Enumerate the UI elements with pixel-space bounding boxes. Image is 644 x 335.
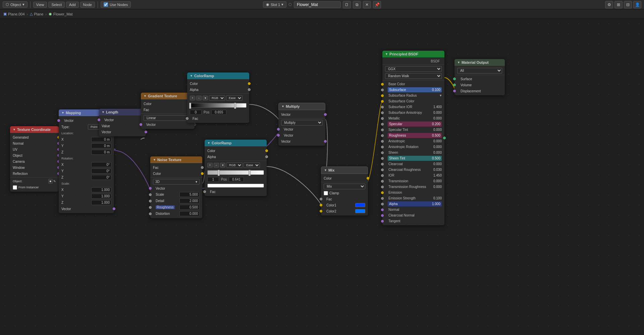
- cr1-handle-left[interactable]: [189, 103, 191, 109]
- matoutput-target-select[interactable]: All: [457, 68, 502, 74]
- mapping-collapse-arrow[interactable]: ▼: [61, 111, 64, 114]
- multiply-header[interactable]: ▼ Multiply: [278, 103, 325, 110]
- menu-select[interactable]: Select: [48, 2, 65, 8]
- alpha-bar[interactable]: Alpha 1.000: [388, 201, 442, 206]
- cr2-handle2[interactable]: [249, 170, 251, 176]
- noise-dim-btn[interactable]: 3D ▾: [153, 179, 200, 185]
- socket-emission-strength-in[interactable]: [381, 197, 384, 200]
- menu-view[interactable]: View: [33, 2, 47, 8]
- noise-header[interactable]: ▼ Noise Texture: [150, 156, 202, 163]
- socket-alpha-in[interactable]: [381, 203, 384, 205]
- socket-clearcoat-in[interactable]: [381, 163, 384, 165]
- socket-mix-color2-in[interactable]: [320, 210, 322, 212]
- socket-sheen-tint-in[interactable]: [381, 157, 384, 160]
- socket-emission-in[interactable]: [381, 191, 384, 194]
- socket-surface-in[interactable]: [453, 78, 456, 80]
- view-btn[interactable]: ⊟: [624, 1, 632, 8]
- socket-length-vector-in[interactable]: [98, 118, 100, 121]
- gradient-collapse-arrow[interactable]: ▼: [144, 94, 147, 98]
- breadcrumb-plane004[interactable]: ▣ Plane.004: [3, 12, 25, 16]
- socket-cr1-fac-in[interactable]: [186, 117, 189, 120]
- socket-noise-detail-in[interactable]: [149, 200, 152, 202]
- socket-cr1-alpha-out[interactable]: [248, 88, 251, 91]
- principled-collapse-arrow[interactable]: ▼: [385, 52, 388, 56]
- gradient-header[interactable]: ▼ Gradient Texture: [141, 93, 195, 99]
- cr1-remove-btn[interactable]: −: [196, 96, 202, 100]
- mix-header[interactable]: ▼ Mix: [321, 166, 368, 174]
- menu-add[interactable]: Add: [66, 2, 79, 8]
- slot-selector[interactable]: ◉ Slot 1 ▾: [263, 1, 286, 8]
- cr2-add-btn[interactable]: +: [207, 163, 213, 168]
- mix-mode-select[interactable]: Mix: [324, 184, 365, 189]
- socket-clearcoat-rough-in[interactable]: [381, 169, 384, 171]
- cr1-add-btn[interactable]: +: [190, 96, 195, 100]
- socket-mix-color-out[interactable]: [367, 177, 369, 180]
- breadcrumb-plane[interactable]: △ Plane: [30, 12, 43, 16]
- socket-subsurface-aniso-in[interactable]: [381, 111, 384, 114]
- socket-subsurface-radius-in[interactable]: [381, 94, 384, 97]
- colorramp1-collapse-arrow[interactable]: ▼: [190, 74, 193, 78]
- mat-pin-btn[interactable]: 📌: [373, 1, 381, 8]
- socket-base-color-in[interactable]: [381, 83, 384, 86]
- socket-anisotropic-rot-in[interactable]: [381, 146, 384, 148]
- matoutput-header[interactable]: ▼ Material Output: [454, 59, 505, 66]
- socket-noise-vector-in[interactable]: [149, 187, 152, 190]
- cr1-mode-select[interactable]: RGB: [209, 95, 225, 101]
- socket-cr2-color-out[interactable]: [265, 149, 268, 152]
- editor-settings-btn[interactable]: ⚙: [605, 1, 613, 8]
- mat-new-btn[interactable]: 🗋: [343, 1, 351, 8]
- socket-mapping-vector-out[interactable]: [113, 207, 115, 210]
- socket-noise-fac-out[interactable]: [201, 166, 204, 169]
- socket-subsurface-ior-in[interactable]: [381, 106, 384, 108]
- cr2-pos-field[interactable]: [229, 177, 244, 182]
- socket-mult-vec1-out[interactable]: [324, 113, 327, 116]
- gradient-type-select[interactable]: Linear: [144, 115, 192, 121]
- mode-selector[interactable]: ⬡ Object ▾: [3, 1, 28, 8]
- length-collapse-arrow[interactable]: ▼: [102, 110, 105, 114]
- eyedropper-icon[interactable]: ✎: [53, 180, 56, 183]
- socket-roughness-in[interactable]: [381, 134, 384, 137]
- socket-mult-vec-in1[interactable]: [277, 128, 280, 131]
- from-instancer-checkbox[interactable]: [13, 185, 17, 190]
- multiply-collapse-arrow[interactable]: ▼: [281, 105, 284, 108]
- mat-duplicate-btn[interactable]: ⧉: [353, 1, 361, 8]
- socket-cr2-alpha-out[interactable]: [265, 155, 268, 158]
- socket-anisotropic-in[interactable]: [381, 140, 384, 143]
- cr1-handle-right[interactable]: [234, 103, 236, 109]
- cr1-menu-btn[interactable]: ▾: [203, 96, 208, 100]
- cr2-index-field[interactable]: [207, 177, 219, 182]
- use-nodes-toggle[interactable]: Use Nodes: [101, 1, 131, 8]
- multiply-mode-select[interactable]: Multiply: [281, 120, 323, 126]
- colorramp2-header[interactable]: ▼ ColorRamp: [205, 140, 267, 146]
- socket-specular-in[interactable]: [381, 123, 384, 126]
- socket-mix-color1-in[interactable]: [320, 204, 322, 206]
- socket-specular-tint-in[interactable]: [381, 129, 384, 131]
- socket-noise-distort-in[interactable]: [149, 212, 152, 215]
- colorramp2-bar[interactable]: [207, 170, 264, 175]
- socket-mapping-vector-in[interactable]: [57, 119, 60, 122]
- mix-color2-swatch[interactable]: [355, 209, 365, 213]
- socket-mult-vec-in2[interactable]: [277, 134, 280, 137]
- socket-noise-rough-in[interactable]: [149, 206, 152, 209]
- cr2-handle[interactable]: [218, 170, 220, 176]
- socket-normal-in[interactable]: [381, 208, 384, 211]
- sheen-tint-bar[interactable]: Sheen Tint 0.500: [388, 156, 442, 161]
- socket-volume-in[interactable]: [453, 84, 456, 86]
- cr1-pos-field[interactable]: [211, 110, 226, 115]
- breadcrumb-material[interactable]: ◉ Flower_Mat: [49, 12, 72, 16]
- socket-noise-color-out[interactable]: [201, 172, 204, 175]
- roughness-bar[interactable]: Roughness 0.500: [388, 133, 442, 138]
- socket-noise-scale-in[interactable]: [149, 193, 152, 196]
- noise-collapse-arrow[interactable]: ▼: [153, 158, 156, 161]
- colorramp1-bar[interactable]: [190, 103, 247, 108]
- use-nodes-checkbox[interactable]: [104, 2, 108, 7]
- colorramp1-header[interactable]: ▼ ColorRamp: [187, 73, 249, 79]
- socket-length-vector-out[interactable]: [145, 131, 147, 133]
- colorramp2-collapse-arrow[interactable]: ▼: [207, 141, 210, 145]
- user-btn[interactable]: 👤: [633, 1, 641, 8]
- socket-mix-fac-in[interactable]: [320, 198, 322, 200]
- cr1-index-field[interactable]: [190, 110, 202, 115]
- principled-header[interactable]: ▼ Principled BSDF: [382, 51, 444, 57]
- menu-node[interactable]: Node: [80, 2, 95, 8]
- socket-transmission-rough-in[interactable]: [381, 186, 384, 188]
